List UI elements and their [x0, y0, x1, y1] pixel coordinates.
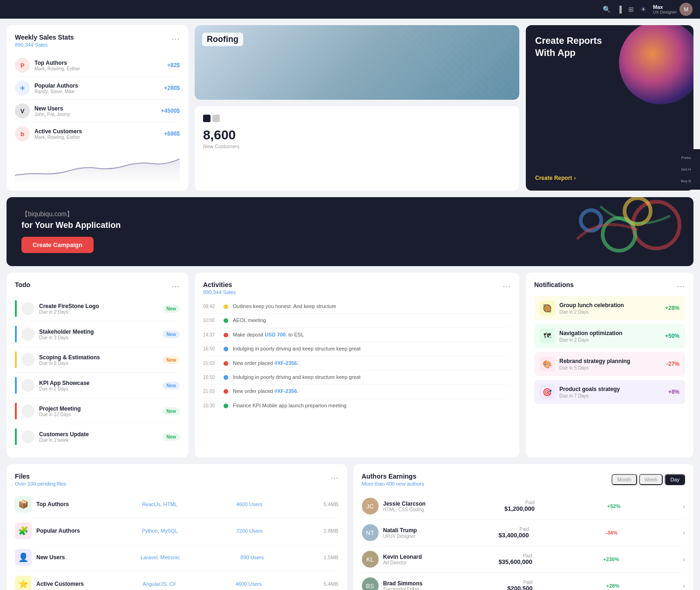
stat-row: ✈ Popular Authors Randy, Steve, Mike +28…: [15, 77, 180, 100]
list-item: Scoping & Estimations Due in 5 Days New: [15, 347, 180, 373]
side-panel: Prebu Get H Buy N: [672, 149, 700, 190]
weekly-sales-menu[interactable]: ⋯: [171, 34, 180, 44]
notifications-card: Notifications ⋯ 🥘 Group lunch celebratio…: [526, 273, 693, 458]
list-item: 🗺 Navigation optimization Due in 2 Days …: [534, 324, 685, 348]
weekly-sales-title: Weekly Sales Stats: [15, 34, 74, 41]
campaign-banner: 【biqubiqu.com】 for Your Web Application …: [7, 197, 693, 266]
user-info: Max UX Designer M: [653, 3, 693, 16]
list-item: 🧩 Popular Authors Python, MySQL 7200 Use…: [15, 518, 339, 544]
authors-items: JC Jessie Clarcson HTML, CSS Coding Paid…: [362, 493, 686, 590]
list-item: 🎨 Rebrand strategy planning Due in 5 Day…: [534, 352, 685, 376]
list-item: Project Meeting Due in 12 Days New: [15, 398, 180, 424]
new-customers-label: New Customers: [203, 144, 511, 149]
activities-items: 08:42 Outlines keep you honest. And keep…: [203, 300, 511, 412]
search-icon[interactable]: 🔍: [603, 6, 611, 13]
list-item: 16:50 Indulging in poorly driving and ke…: [203, 370, 511, 384]
ae-header: Authors Earnings More than 400 new autho…: [362, 473, 686, 487]
list-item: 10:30 Finance KPI Mobile app launch prep…: [203, 399, 511, 412]
list-item: 08:42 Outlines keep you honest. And keep…: [203, 300, 511, 314]
create-campaign-button[interactable]: Create Campaign: [21, 237, 94, 253]
list-item: KPI App Showcase Due in 2 Days New: [15, 373, 180, 398]
stat-row: P Top Authors Mark, Rowling, Esther +82$: [15, 54, 180, 77]
list-item: Customers Update Due in 1 week New: [15, 424, 180, 449]
notifications-items: 🥘 Group lunch celebration Due in 2 Days …: [534, 296, 685, 404]
nc-icon-light: [212, 115, 220, 122]
main-content: Weekly Sales Stats 890,344 Sales ⋯ P Top…: [0, 19, 700, 590]
side-panel-item-3[interactable]: Buy N: [675, 177, 697, 185]
ae-tab-week[interactable]: Week: [639, 474, 663, 485]
chart-area: [15, 150, 180, 182]
roofing-label: Roofing: [202, 33, 243, 46]
create-reports-card: Create Reports With App Create Report ›: [526, 25, 693, 191]
nc-icon-dark: [203, 115, 211, 122]
list-item: Create FireStone Logo Due in 2 Days New: [15, 296, 180, 322]
todo-title: Todo: [15, 281, 30, 288]
weekly-sales-subtitle: 890,344 Sales: [15, 42, 74, 48]
notifications-title: Notifications: [534, 281, 574, 288]
author-chevron[interactable]: ›: [683, 582, 685, 590]
user-name: Max: [653, 4, 677, 10]
roofing-card: Roofing: [195, 25, 519, 100]
list-item: 21:03 New order placed #XF-2356.: [203, 357, 511, 370]
files-menu[interactable]: ⋯: [330, 473, 339, 483]
list-item: JC Jessie Clarcson HTML, CSS Coding Paid…: [362, 493, 686, 520]
todo-menu[interactable]: ⋯: [171, 281, 180, 291]
todo-items: Create FireStone Logo Due in 2 Days New …: [15, 296, 180, 449]
list-item: NT Natali Trump UI/UX Designer Paid $3,4…: [362, 520, 686, 546]
todo-card: Todo ⋯ Create FireStone Logo Due in 2 Da…: [7, 273, 188, 458]
ae-title: Authors Earnings: [362, 473, 424, 480]
campaign-text-large: for Your Web Application: [21, 220, 121, 230]
create-report-link[interactable]: Create Report ›: [535, 175, 684, 181]
avatar[interactable]: M: [680, 3, 693, 16]
activities-subtitle: 890,344 Sales: [203, 289, 236, 295]
new-customers-card: 8,600 New Customers: [195, 106, 519, 191]
ae-tabs: Month Week Day: [612, 474, 685, 485]
ae-tab-day[interactable]: Day: [665, 474, 685, 485]
row-3: Todo ⋯ Create FireStone Logo Due in 2 Da…: [7, 273, 693, 458]
list-item: Stakeholder Meeting Due in 3 Days New: [15, 322, 180, 347]
list-item: 16:50 Indulging in poorly driving and ke…: [203, 342, 511, 356]
weekly-sales-card: Weekly Sales Stats 890,344 Sales ⋯ P Top…: [7, 25, 188, 191]
authors-earnings-card: Authors Earnings More than 400 new autho…: [353, 464, 694, 590]
list-item: 📦 Top Authors ReactJs, HTML 4600 Users 5…: [15, 491, 339, 518]
topbar: 🔍 ▐ ⊞ ☀ Max UX Designer M: [0, 0, 700, 19]
list-item: 14:37 Make deposit USD 700. to ESL: [203, 328, 511, 342]
campaign-decoration: [507, 197, 693, 266]
stat-rows: P Top Authors Mark, Rowling, Esther +82$…: [15, 54, 180, 145]
list-item: 👤 New Users Laravel, Metronic 890 Users …: [15, 544, 339, 571]
user-role: UX Designer: [653, 10, 677, 14]
row-1: Weekly Sales Stats 890,344 Sales ⋯ P Top…: [7, 25, 693, 191]
new-customers-number: 8,600: [203, 128, 511, 143]
files-subtitle: Over 100 pending files: [15, 481, 66, 487]
list-item: 🎯 Product goals strategy Due in 7 Days +…: [534, 380, 685, 404]
activities-title: Activities: [203, 281, 236, 288]
ae-subtitle: More than 400 new authors: [362, 481, 424, 487]
stat-row: V New Users John, Pat, Jimmy +4500$: [15, 100, 180, 123]
activities-card: Activities 890,344 Sales ⋯ 08:42 Outline…: [195, 273, 519, 458]
campaign-text-small: 【biqubiqu.com】: [21, 210, 121, 219]
nc-icons: [203, 115, 511, 122]
battery-icon: ▐: [617, 6, 622, 13]
ae-tab-month[interactable]: Month: [612, 474, 637, 485]
list-item: 🥘 Group lunch celebration Due in 2 Days …: [534, 296, 685, 320]
list-item: 21:03 New order placed #XF-2356.: [203, 384, 511, 398]
side-panel-item-1[interactable]: Prebu: [675, 154, 697, 162]
author-chevron[interactable]: ›: [683, 502, 685, 510]
files-title: Files: [15, 473, 66, 480]
row-4: Files Over 100 pending files ⋯ 📦 Top Aut…: [7, 464, 693, 590]
grid-icon[interactable]: ⊞: [628, 6, 634, 13]
activities-menu[interactable]: ⋯: [503, 281, 511, 291]
side-panel-item-2[interactable]: Get H: [675, 165, 697, 173]
files-items: 📦 Top Authors ReactJs, HTML 4600 Users 5…: [15, 491, 339, 590]
create-reports-title: Create Reports With App: [535, 34, 684, 59]
author-chevron[interactable]: ›: [683, 529, 685, 536]
notifications-menu[interactable]: ⋯: [677, 281, 685, 291]
files-card: Files Over 100 pending files ⋯ 📦 Top Aut…: [7, 464, 347, 590]
list-item: ⭐ Active Customers AngularJS, C# 4600 Us…: [15, 571, 339, 590]
author-chevron[interactable]: ›: [683, 556, 685, 563]
stat-row: b Active Customers Mark, Rowling, Esther…: [15, 123, 180, 145]
sun-icon[interactable]: ☀: [640, 6, 646, 13]
list-item: BS Brad Simmons Successful Fellas Paid $…: [362, 573, 686, 590]
list-item: KL Kevin Leonard Art Director Paid $35,6…: [362, 546, 686, 573]
list-item: 10:00 AEOL meeting: [203, 314, 511, 328]
